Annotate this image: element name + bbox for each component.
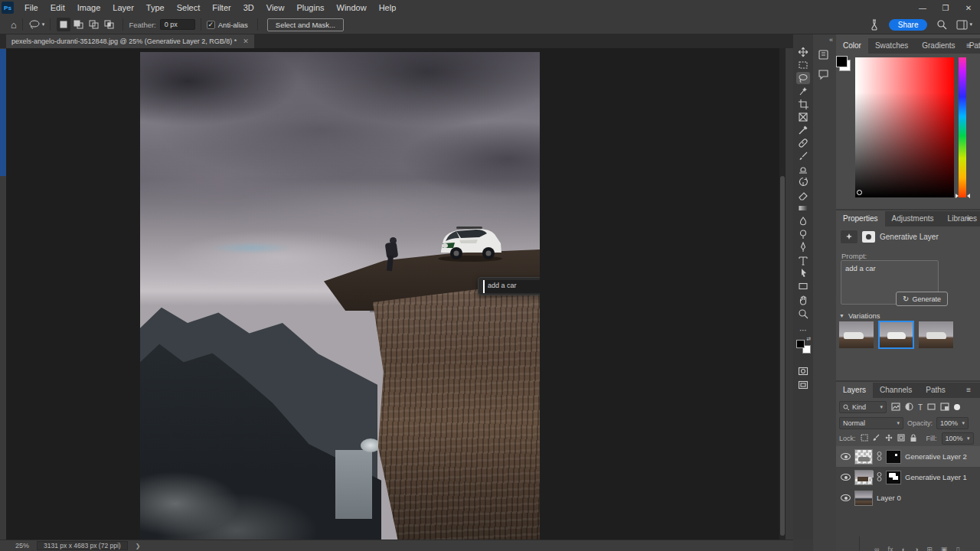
lasso-tool-icon[interactable] xyxy=(796,72,810,84)
panel-tab[interactable]: Gradients xyxy=(915,38,962,54)
swap-colors-icon[interactable]: ⇄ xyxy=(806,336,811,342)
menu-item[interactable]: Image xyxy=(71,0,107,15)
marquee-tool-icon[interactable] xyxy=(796,59,810,71)
share-button[interactable]: Share xyxy=(889,19,928,31)
foreground-color-swatch[interactable] xyxy=(796,340,805,348)
layer-row-generative-1[interactable]: Generative Layer 1 xyxy=(836,467,980,487)
dodge-tool-icon[interactable] xyxy=(796,228,810,240)
document-info[interactable]: 3131 px x 4683 px (72 ppi) xyxy=(37,541,128,550)
menu-item[interactable]: Edit xyxy=(44,0,71,15)
menu-item[interactable]: Filter xyxy=(206,0,237,15)
visibility-eye-icon[interactable] xyxy=(841,494,851,501)
move-tool-icon[interactable] xyxy=(796,46,810,58)
visibility-eye-icon[interactable] xyxy=(841,453,851,460)
filter-pixel-icon[interactable] xyxy=(891,403,900,412)
beaker-icon[interactable] xyxy=(869,19,880,31)
clone-stamp-tool-icon[interactable] xyxy=(796,163,810,175)
canvas-vscrollbar-thumb[interactable] xyxy=(780,176,785,536)
menu-item[interactable]: Plugins xyxy=(290,0,330,15)
minimize-icon[interactable]: — xyxy=(911,0,934,15)
new-group-icon[interactable]: ⊞ xyxy=(926,546,933,551)
filter-shape-icon[interactable] xyxy=(927,403,936,412)
layer-name[interactable]: Layer 0 xyxy=(877,494,901,502)
selection-subtract-icon[interactable] xyxy=(87,18,101,31)
color-swatches[interactable]: ⇄ xyxy=(795,339,811,359)
tool-preset-lasso[interactable]: ▾ xyxy=(28,19,45,30)
contextual-taskbar[interactable]: add a car ❮ 2/3 ❯ ↻ Generate ⚑ ⋯ xyxy=(478,277,540,295)
layer-thumbnail[interactable] xyxy=(854,491,873,506)
layer-thumbnail[interactable] xyxy=(854,470,873,485)
fill-dropdown[interactable]: 100%▾ xyxy=(942,432,974,445)
eyedropper-tool-icon[interactable] xyxy=(796,124,810,136)
variation-thumbnail-3[interactable] xyxy=(919,321,953,348)
pen-tool-icon[interactable] xyxy=(796,241,810,253)
crop-tool-icon[interactable] xyxy=(796,98,810,110)
restore-icon[interactable]: ❐ xyxy=(934,0,957,15)
lock-transparency-icon[interactable] xyxy=(861,434,868,443)
layer-thumbnail[interactable] xyxy=(854,449,873,465)
layer-name[interactable]: Generative Layer 2 xyxy=(905,452,967,461)
menu-item[interactable]: File xyxy=(18,0,44,15)
document-tab[interactable]: pexels-angelo-duranti-3512848.jpg @ 25% … xyxy=(6,34,254,48)
path-selection-tool-icon[interactable] xyxy=(796,267,810,279)
zoom-level[interactable]: 25% xyxy=(15,542,29,549)
layer-mask-thumbnail[interactable] xyxy=(886,450,901,464)
object-selection-tool-icon[interactable] xyxy=(796,85,810,97)
opacity-dropdown[interactable]: 100%▾ xyxy=(936,417,969,429)
expand-dock-icon[interactable]: « xyxy=(829,36,833,44)
status-expand-icon[interactable]: ❯ xyxy=(136,543,141,549)
hue-slider[interactable] xyxy=(959,57,966,197)
panel-tab[interactable]: Color xyxy=(836,38,868,54)
tab-close-icon[interactable]: ✕ xyxy=(243,37,249,45)
menu-item[interactable]: 3D xyxy=(237,0,260,15)
variations-header[interactable]: ▼ Variations xyxy=(839,311,880,320)
workspace-switcher[interactable]: ▾ xyxy=(956,20,972,30)
layer-row-generative-2[interactable]: Generative Layer 2 xyxy=(836,446,980,467)
kind-filter-dropdown[interactable]: Kind▾ xyxy=(839,401,887,413)
hand-tool-icon[interactable] xyxy=(796,294,810,306)
select-and-mask-button[interactable]: Select and Mask... xyxy=(267,18,344,31)
lock-pixels-icon[interactable] xyxy=(873,434,880,443)
layer-effects-icon[interactable]: fx xyxy=(887,546,893,551)
edit-toolbar-icon[interactable]: ⋯ xyxy=(796,324,810,336)
history-panel-icon[interactable] xyxy=(818,48,831,64)
shape-tool-icon[interactable] xyxy=(796,280,810,292)
menu-item[interactable]: View xyxy=(260,0,291,15)
menu-item[interactable]: Window xyxy=(331,0,373,15)
lock-all-icon[interactable] xyxy=(910,434,917,444)
search-icon[interactable] xyxy=(936,19,947,30)
feather-input[interactable]: 0 px xyxy=(160,19,195,30)
panel-menu-icon[interactable]: ≡ xyxy=(966,211,975,227)
comments-panel-icon[interactable] xyxy=(818,68,831,83)
delete-layer-icon[interactable]: ▯ xyxy=(956,546,959,551)
panel-tab[interactable]: Adjustments xyxy=(885,211,941,227)
healing-brush-tool-icon[interactable] xyxy=(796,137,810,149)
new-adjustment-icon[interactable]: ◑ xyxy=(914,546,918,551)
eraser-tool-icon[interactable] xyxy=(796,189,810,201)
panel-tab[interactable]: Layers xyxy=(836,383,873,398)
screen-mode-icon[interactable] xyxy=(796,379,810,391)
panel-tab[interactable]: Properties xyxy=(836,211,885,227)
lock-position-icon[interactable] xyxy=(885,434,893,443)
antialias-checkbox[interactable]: ✓ xyxy=(207,21,215,29)
color-field[interactable] xyxy=(855,57,954,197)
menu-item[interactable]: Help xyxy=(373,0,403,15)
selection-new-icon[interactable] xyxy=(57,18,70,31)
frame-tool-icon[interactable] xyxy=(796,111,810,123)
fg-color-chip[interactable] xyxy=(836,56,848,67)
panel-menu-icon[interactable]: ≡ xyxy=(966,38,975,54)
lock-artboard-icon[interactable] xyxy=(897,434,905,443)
canvas-vscrollbar[interactable] xyxy=(779,48,786,540)
new-layer-icon[interactable]: ▣ xyxy=(941,546,948,551)
menu-item[interactable]: Layer xyxy=(106,0,140,15)
properties-generate-button[interactable]: ↻ Generate xyxy=(896,292,948,306)
filter-type-icon[interactable]: T xyxy=(918,403,923,412)
layer-row-background[interactable]: Layer 0 xyxy=(836,487,980,508)
brush-tool-icon[interactable] xyxy=(796,150,810,162)
color-picker-marker[interactable] xyxy=(857,190,862,195)
selection-add-icon[interactable] xyxy=(72,18,86,31)
filter-adjustment-icon[interactable] xyxy=(905,403,913,412)
panel-tab[interactable]: Swatches xyxy=(868,38,915,54)
panel-tab[interactable]: Channels xyxy=(873,383,919,398)
canvas-area[interactable]: add a car ❮ 2/3 ❯ ↻ Generate ⚑ ⋯ xyxy=(6,48,786,540)
